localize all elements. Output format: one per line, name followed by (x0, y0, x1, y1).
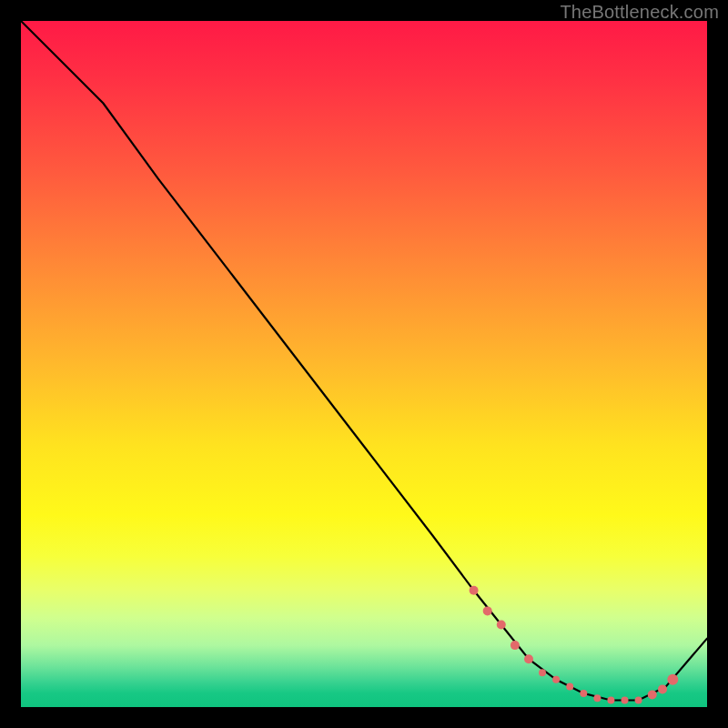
marker-dot (524, 654, 533, 663)
marker-dot (635, 697, 642, 704)
marker-dot (552, 676, 560, 683)
marker-dot (483, 606, 492, 615)
marker-dot (658, 684, 667, 693)
marker-dot (497, 621, 506, 630)
marker-dot (511, 641, 520, 650)
marker-dot (539, 669, 546, 676)
marker-dot (580, 690, 587, 697)
marker-dot (607, 697, 614, 704)
chart-stage: TheBottleneck.com (0, 0, 728, 728)
highlight-markers (470, 586, 679, 704)
chart-svg (21, 21, 707, 707)
marker-dot (648, 690, 657, 699)
marker-dot (593, 694, 601, 702)
watermark-label: TheBottleneck.com (560, 2, 719, 23)
plot-area (21, 21, 707, 707)
marker-dot (566, 682, 573, 690)
series-curve (21, 21, 707, 701)
marker-dot (667, 674, 678, 685)
marker-dot (470, 586, 479, 595)
marker-dot (622, 697, 629, 704)
